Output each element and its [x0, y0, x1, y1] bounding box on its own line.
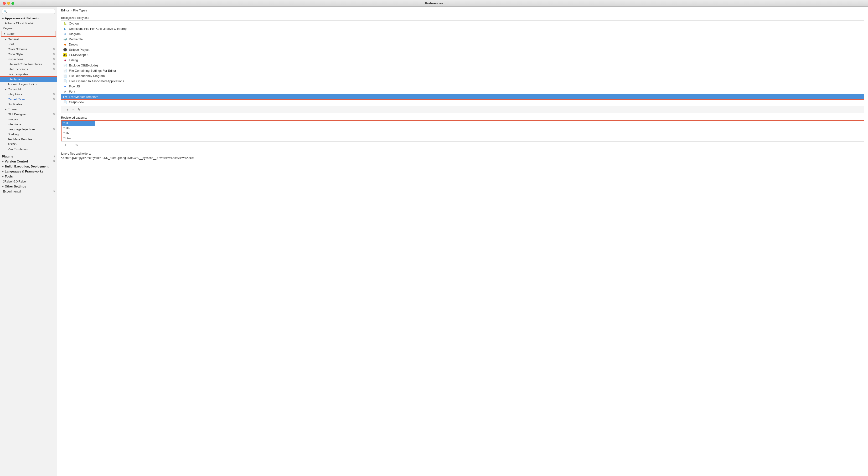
sidebar-item-images[interactable]: Images — [0, 117, 57, 122]
edit-pattern-button[interactable]: ✎ — [74, 142, 79, 147]
file-type-label-gitexclude: Exclude (GitExclude) — [69, 64, 98, 67]
title-bar: Preferences — [0, 0, 868, 7]
file-type-label-dockerfile: Dockerfile — [69, 37, 83, 41]
sidebar-item-color-scheme[interactable]: Color Scheme ⚙ — [0, 47, 57, 52]
sidebar-item-experimental[interactable]: Experimental ⚙ — [0, 189, 57, 194]
sidebar-item-general[interactable]: ▶ General — [0, 37, 57, 42]
sidebar-label-file-code-templates: File and Code Templates — [8, 62, 42, 66]
sidebar-label-appearance: Appearance & Behavior — [5, 16, 40, 20]
file-type-label-diagram: Diagram — [69, 32, 81, 36]
gear-icon-inspections: ⚙ — [53, 58, 55, 61]
traffic-lights[interactable] — [3, 2, 14, 5]
file-type-freemarker[interactable]: FM FreeMarker Template — [61, 94, 864, 99]
file-type-files-opened[interactable]: 📄 Files Opened In Associated Application… — [61, 78, 864, 83]
sidebar-item-version-control[interactable]: ▶ Version Control ⚙ — [0, 159, 57, 164]
maximize-button[interactable] — [11, 2, 14, 5]
sidebar-item-todo[interactable]: TODO — [0, 142, 57, 147]
sidebar-item-textmate[interactable]: TextMate Bundles — [0, 137, 57, 142]
file-type-eclipse[interactable]: ⚫ Eclipse Project — [61, 47, 864, 52]
sidebar-item-file-encodings[interactable]: File Encodings ⚙ — [0, 67, 57, 72]
file-type-font[interactable]: A Font — [61, 89, 864, 94]
minimize-button[interactable] — [7, 2, 10, 5]
patterns-toolbar: + − ✎ — [61, 141, 864, 148]
pattern-html[interactable]: *.html — [62, 136, 95, 141]
content-area: Editor › File Types Recognized file type… — [57, 7, 868, 476]
sidebar-item-intentions[interactable]: Intentions — [0, 122, 57, 127]
close-button[interactable] — [3, 2, 6, 5]
file-type-kotlin-native[interactable]: K Definitions File For Kotlin/Native C I… — [61, 26, 864, 31]
ignore-section: Ignore files and folders: *.hprof;*.pyc;… — [61, 152, 864, 160]
sidebar-item-inspections[interactable]: Inspections ⚙ — [0, 57, 57, 62]
remove-pattern-button[interactable]: − — [69, 142, 73, 147]
sidebar-item-spelling[interactable]: Spelling — [0, 132, 57, 137]
sidebar-label-general: General — [8, 37, 19, 41]
ignore-value: *.hprof;*.pyc;*.pyo;*.rbc;*.yarb;*~;.DS_… — [61, 156, 864, 160]
file-type-drools[interactable]: ◆ Drools — [61, 42, 864, 47]
pattern-label-html: *.html — [63, 137, 71, 140]
edit-file-type-button[interactable]: ✎ — [76, 107, 81, 112]
file-type-gitexclude[interactable]: 📄 Exclude (GitExclude) — [61, 63, 864, 68]
sidebar-item-font[interactable]: Font — [0, 42, 57, 47]
add-pattern-button[interactable]: + — [63, 142, 68, 147]
sidebar-item-alibaba[interactable]: Alibaba Cloud Toolkit — [0, 21, 57, 26]
triangle-copyright-icon: ▶ — [5, 88, 6, 91]
add-file-type-button[interactable]: + — [65, 107, 70, 112]
search-box[interactable]: 🔍 — [2, 9, 55, 14]
recognized-label: Recognized file types: — [57, 14, 868, 21]
pattern-ftl[interactable]: *.ftl — [62, 121, 95, 126]
sidebar-item-gui-designer[interactable]: GUI Designer ⚙ — [0, 112, 57, 117]
file-type-diagram[interactable]: ◈ Diagram — [61, 31, 864, 36]
sidebar-label-textmate: TextMate Bundles — [8, 137, 32, 141]
gear-icon-inlay-hints: ⚙ — [53, 93, 55, 96]
file-type-file-settings[interactable]: 📄 File Containing Settings For Editor — [61, 68, 864, 73]
sidebar-item-code-style[interactable]: Code Style ⚙ — [0, 52, 57, 57]
sidebar-item-camel-case[interactable]: Camel Case ⚙ — [0, 97, 57, 102]
file-type-erlang[interactable]: ◈ Erlang — [61, 58, 864, 63]
triangle-editor-icon: ▼ — [3, 33, 5, 35]
cython-icon: 🐍 — [63, 22, 67, 25]
remove-file-type-button[interactable]: − — [71, 107, 75, 112]
file-type-cython[interactable]: 🐍 Cython — [61, 21, 864, 26]
sidebar-item-plugins[interactable]: Plugins ? — [0, 154, 57, 159]
sidebar-item-file-types[interactable]: File Types — [0, 77, 57, 82]
sidebar-item-other-settings[interactable]: ▶ Other Settings — [0, 184, 57, 189]
ecmascript-icon: JS — [63, 53, 67, 57]
sidebar-label-language-injections: Language Injections — [8, 128, 35, 131]
sidebar-item-languages[interactable]: ▶ Languages & Frameworks — [0, 169, 57, 174]
sidebar-item-appearance[interactable]: ▶ Appearance & Behavior — [0, 16, 57, 21]
gear-icon-gui-designer: ⚙ — [53, 113, 55, 116]
gear-icon-plugins: ? — [54, 155, 55, 158]
file-types-list[interactable]: 🐍 Cython K Definitions File For Kotlin/N… — [61, 21, 864, 106]
file-type-groovy[interactable]: ● Groovy — [61, 105, 864, 106]
sidebar-item-editor[interactable]: ▼ Editor — [1, 31, 56, 37]
sidebar-item-android-layout[interactable]: Android Layout Editor — [0, 82, 57, 87]
file-type-file-dependency[interactable]: 📄 File Dependency Diagram — [61, 73, 864, 78]
dockerfile-icon: 🐳 — [63, 37, 67, 41]
sidebar-label-inspections: Inspections — [8, 58, 23, 61]
sidebar: 🔍 ▶ Appearance & Behavior Alibaba Cloud … — [0, 7, 57, 476]
sidebar-item-file-code-templates[interactable]: File and Code Templates ⚙ — [0, 62, 57, 67]
sidebar-item-build-exec[interactable]: ▶ Build, Execution, Deployment — [0, 164, 57, 169]
sidebar-item-vim-emulation[interactable]: Vim Emulation — [0, 147, 57, 152]
file-type-graphview[interactable]: 📄 GraphView — [61, 99, 864, 105]
pattern-ftlx[interactable]: *.ftlx — [62, 131, 95, 136]
sidebar-item-duplicates[interactable]: Duplicates — [0, 102, 57, 107]
sidebar-item-language-injections[interactable]: Language Injections ⚙ — [0, 127, 57, 132]
file-type-label-file-dependency: File Dependency Diagram — [69, 74, 105, 78]
file-type-dockerfile[interactable]: 🐳 Dockerfile — [61, 36, 864, 42]
pattern-label-ftlh: *.ftlh — [63, 127, 70, 130]
sidebar-item-tools[interactable]: ▶ Tools — [0, 174, 57, 179]
pattern-ftlh[interactable]: *.ftlh — [62, 126, 95, 131]
sidebar-item-keymap[interactable]: Keymap — [0, 26, 57, 31]
sidebar-label-copyright: Copyright — [8, 88, 21, 91]
sidebar-item-inlay-hints[interactable]: Inlay Hints ⚙ — [0, 92, 57, 97]
search-input[interactable] — [8, 10, 54, 13]
sidebar-item-emmet[interactable]: ▶ Emmet — [0, 107, 57, 112]
kotlin-icon: K — [63, 27, 67, 31]
file-type-flowjs[interactable]: ● Flow JS — [61, 83, 864, 89]
sidebar-item-live-templates[interactable]: Live Templates — [0, 72, 57, 77]
sidebar-item-copyright-group[interactable]: ▶ Copyright — [0, 87, 57, 92]
sidebar-item-jrebel[interactable]: JRebel & XRebel — [0, 179, 57, 184]
diagram-icon: ◈ — [63, 32, 67, 36]
file-type-ecmascript6[interactable]: JS ECMAScript 6 — [61, 52, 864, 58]
